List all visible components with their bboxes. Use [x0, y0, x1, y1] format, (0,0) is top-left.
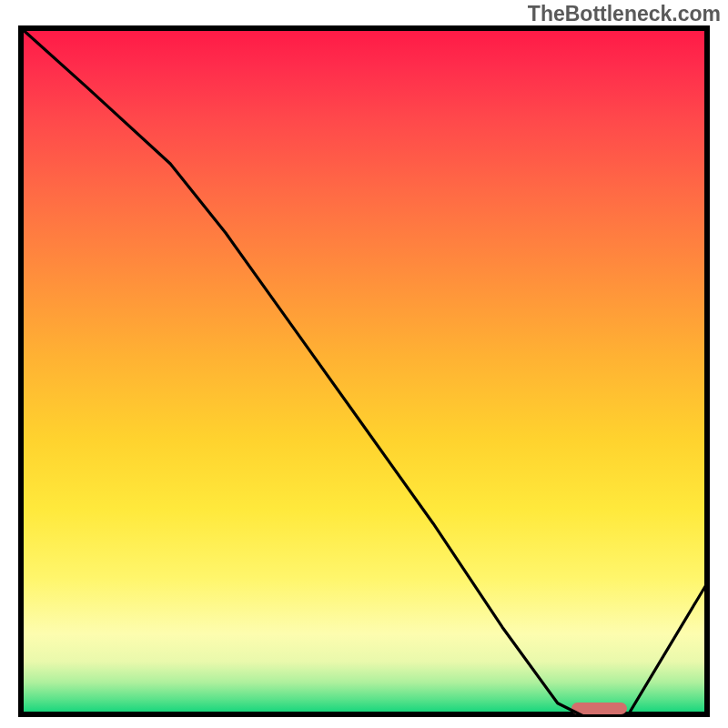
- chart-container: TheBottleneck.com: [0, 0, 728, 728]
- watermark-text: TheBottleneck.com: [528, 2, 721, 26]
- heat-gradient-background: [18, 25, 710, 717]
- plot-area: [18, 25, 710, 717]
- optimal-range-marker: [571, 703, 627, 714]
